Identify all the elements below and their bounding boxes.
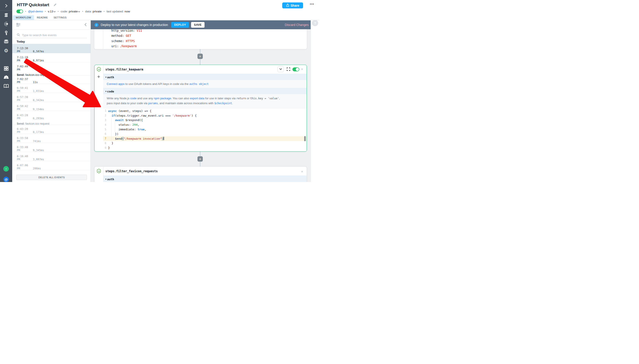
event-duration: 8,342ms xyxy=(33,99,44,102)
event-row[interactable]: 6:50:42 PM9,154ms xyxy=(12,102,91,111)
event-duration: 3,007ms xyxy=(33,158,44,161)
add-step-button[interactable]: + xyxy=(197,156,203,162)
filter-events-icon[interactable] xyxy=(16,23,21,28)
add-step-inline-icon[interactable]: + xyxy=(97,74,100,80)
event-time: 6:07:06 PM xyxy=(17,164,33,170)
event-time: 6:43:28 PM xyxy=(17,114,33,120)
search-placeholder: Type to search live events xyxy=(22,34,57,37)
step-enabled-toggle[interactable] xyxy=(292,68,299,72)
close-step-icon[interactable]: × xyxy=(301,170,303,173)
trigger-event-field: method: GET xyxy=(111,33,142,38)
event-time: 6:59:41 PM xyxy=(17,86,33,93)
event-list: 7:13:30 PM8,507ms7:11:19 PM8,971ms7:02:4… xyxy=(12,44,91,170)
data-visibility: data: private xyxy=(85,10,102,13)
event-row[interactable]: 6:43:28 PM6,293ms$end: favicon.ico reque… xyxy=(12,111,91,125)
doc-link[interactable]: npm package xyxy=(154,97,171,100)
filter-favicon-step-card[interactable]: JS steps.filter_favicon_requests × ▼auth xyxy=(94,166,307,182)
tab-workflow[interactable]: WORKFLOW xyxy=(13,15,34,20)
event-row[interactable]: 6:59:41 PM1,031ms xyxy=(12,84,91,93)
right-gutter xyxy=(311,20,320,182)
tab-readme[interactable]: README xyxy=(34,15,51,20)
trigger-event-preview: http_version: V11method: GETscheme: HTTP… xyxy=(111,29,142,49)
code-editor[interactable]: 1async (event, steps) => {2 if(steps.tri… xyxy=(103,108,307,152)
event-duration: 8,173ms xyxy=(33,130,44,134)
data-stores-icon[interactable] xyxy=(3,39,9,44)
workflow-canvas: i Deploy to run your latest changes in p… xyxy=(91,20,320,182)
doc-link[interactable]: auths object xyxy=(189,82,209,86)
event-row[interactable]: 6:16:40 PM3,007ms xyxy=(12,152,91,161)
event-row[interactable]: 6:33:48 PM9,345ms xyxy=(12,143,91,152)
share-button[interactable]: Share xyxy=(282,2,303,8)
event-row[interactable]: 7:02:37 PM11s xyxy=(12,75,91,84)
discard-changes-button[interactable]: Discard Changes xyxy=(285,23,309,26)
upgrade-icon[interactable]: ↑ xyxy=(3,166,9,172)
doc-link[interactable]: code xyxy=(130,97,136,100)
owner-link[interactable]: @pd-demo xyxy=(28,10,43,13)
step-actions-dropdown[interactable] xyxy=(277,66,284,72)
collapse-panel-icon[interactable] xyxy=(84,23,87,27)
tab-settings[interactable]: SETTINGS xyxy=(51,15,70,20)
close-step-icon[interactable]: × xyxy=(301,67,303,71)
code-line[interactable]: 1async (event, steps) => { xyxy=(103,108,307,113)
event-row[interactable]: 6:43:20 PM8,173ms xyxy=(12,125,91,134)
edit-title-icon[interactable] xyxy=(54,3,57,7)
help-button[interactable]: ? xyxy=(312,20,318,26)
deploy-button[interactable]: DEPLOY xyxy=(171,22,189,28)
more-menu-button[interactable]: ••• xyxy=(310,2,314,6)
save-button[interactable]: SAVE xyxy=(191,22,204,28)
event-duration: 8,507ms xyxy=(33,50,44,53)
event-sources-icon[interactable] xyxy=(3,21,9,26)
docs-book-icon[interactable] xyxy=(3,83,9,89)
doc-link[interactable]: export data xyxy=(190,97,204,100)
filter-keepwarm-step-card[interactable]: JS steps.filter_keepwarm × xyxy=(94,65,307,152)
workflow-active-toggle[interactable] xyxy=(17,10,23,13)
trigger-step-card[interactable]: http_version: V11method: GETscheme: HTTP… xyxy=(94,29,307,49)
event-row[interactable]: 7:02:49 PM$end: favicon.ico request xyxy=(12,62,91,75)
fullscreen-icon[interactable] xyxy=(287,68,290,72)
info-icon: i xyxy=(95,23,98,27)
delete-all-events-button[interactable]: DELETE ALL EVENTS xyxy=(16,175,87,180)
support-mention-icon[interactable]: @ xyxy=(3,177,9,182)
code-line[interactable]: 7 $end("/keepwarm invocation") xyxy=(103,136,307,141)
doc-link[interactable]: Connect apps xyxy=(107,82,124,86)
search-live-events-input[interactable]: Type to search live events xyxy=(15,32,87,38)
search-icon xyxy=(17,33,20,37)
doc-link[interactable]: $checkpoint xyxy=(214,102,232,105)
add-step-button[interactable]: + xyxy=(197,54,203,59)
editor-scrollbar-thumb[interactable] xyxy=(304,136,306,141)
code-visibility-select[interactable]: code: private xyxy=(61,10,80,13)
accounts-key-icon[interactable] xyxy=(3,30,9,36)
settings-gear-icon[interactable]: ⚙ xyxy=(3,48,9,54)
event-row[interactable]: 6:07:06 PM206ms xyxy=(12,161,91,170)
workflow-meta-row: • @pd-demo • v.13 • code: private • data… xyxy=(17,10,130,13)
event-time: 6:50:42 PM xyxy=(17,105,33,111)
event-row[interactable]: 7:13:30 PM8,507ms xyxy=(12,44,91,53)
auth-section-body: Connect apps to use OAuth tokens and API… xyxy=(103,80,307,88)
version-select[interactable]: v.13 xyxy=(48,10,56,13)
event-row[interactable]: 6:57:38 PM8,342ms xyxy=(12,93,91,102)
auth-section-header[interactable]: ▼auth xyxy=(103,74,307,80)
event-row[interactable]: 6:33:58 PM741ms xyxy=(12,134,91,143)
auth-section-header[interactable]: ▼auth xyxy=(103,176,307,182)
event-time: 6:33:58 PM xyxy=(17,136,33,143)
line-number: 5 xyxy=(103,128,106,131)
code-line[interactable]: 8 } xyxy=(103,141,307,146)
step-header: JS steps.filter_favicon_requests × xyxy=(95,167,307,176)
nodejs-icon: JS xyxy=(97,169,101,174)
line-number: 4 xyxy=(103,123,106,126)
event-time: 6:43:20 PM xyxy=(17,128,33,134)
code-line[interactable]: 4 status: 204, xyxy=(103,122,307,127)
community-icon[interactable] xyxy=(3,74,9,80)
event-row[interactable]: 7:11:19 PM8,971ms xyxy=(12,53,91,62)
expand-sidebar-icon[interactable] xyxy=(3,3,9,8)
code-line[interactable]: 9} xyxy=(103,146,307,150)
doc-link[interactable]: params xyxy=(148,102,158,105)
code-line[interactable]: 5 immediate: true, xyxy=(103,127,307,132)
code-line[interactable]: 2 if(steps.trigger.raw_event.uri === '/k… xyxy=(103,113,307,118)
code-line[interactable]: 3 await $respond({ xyxy=(103,118,307,122)
code-line[interactable]: 6 }) xyxy=(103,132,307,136)
workflows-icon[interactable] xyxy=(3,12,9,18)
apps-grid-icon[interactable] xyxy=(3,66,9,71)
code-section-header[interactable]: ▼code xyxy=(103,88,307,94)
event-duration: 6,293ms xyxy=(33,117,44,120)
